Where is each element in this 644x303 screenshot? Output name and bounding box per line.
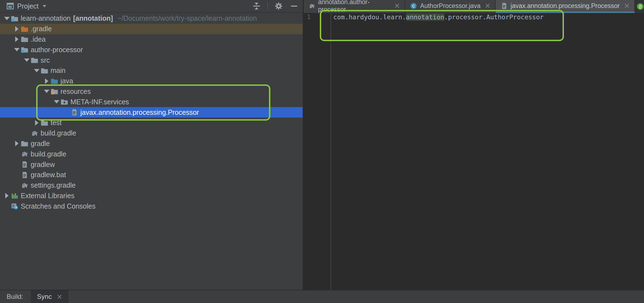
tree-row-test[interactable]: test — [0, 118, 303, 128]
tree-row-resources[interactable]: resources — [0, 86, 303, 97]
text-file-icon — [21, 161, 28, 168]
sync-tab-label: Sync — [37, 293, 52, 301]
tree-row-label: src — [41, 56, 50, 64]
annotation-icon[interactable]: @ — [637, 3, 644, 10]
tree-row-label: Scratches and Consoles — [21, 202, 96, 210]
gradle-file-icon — [21, 150, 28, 158]
tree-row-label: .idea — [31, 35, 46, 43]
tree-row-gradle[interactable]: gradle — [0, 139, 303, 149]
tree-row--gradle[interactable]: .gradle — [0, 24, 303, 34]
gradle-file-icon — [31, 130, 38, 137]
tree-row-label: gradlew.bat — [31, 171, 66, 179]
tree-row-src[interactable]: src — [0, 55, 303, 65]
folder-module-icon — [11, 15, 18, 22]
tree-row-main[interactable]: main — [0, 65, 303, 76]
editor-tab-authorprocessor-java[interactable]: CAuthorProcessor.java — [405, 0, 496, 13]
build-tab-sync[interactable]: Sync — [31, 290, 68, 303]
tree-row-label: main — [51, 67, 65, 75]
tree-expand-arrow-right-icon[interactable] — [3, 193, 11, 198]
tree-expand-arrow-right-icon[interactable] — [33, 120, 41, 126]
tab-close-icon[interactable] — [485, 3, 491, 9]
tree-expand-arrow-right-icon[interactable] — [13, 141, 21, 146]
svg-text:C: C — [412, 4, 415, 8]
tree-row-java[interactable]: java — [0, 76, 303, 86]
tree-row-gradlew[interactable]: gradlew — [0, 159, 303, 170]
tree-row-label: settings.gradle — [31, 181, 76, 189]
gradle-file-icon — [21, 182, 28, 189]
tab-bar-overflow-area: @ — [635, 0, 644, 13]
word-highlight: annotation — [406, 14, 444, 21]
build-label: Build: — [7, 293, 23, 301]
tree-row-build-gradle[interactable]: build.gradle — [0, 128, 303, 139]
tree-row-gradlew-bat[interactable]: gradlew.bat — [0, 170, 303, 180]
tree-row-author-processor[interactable]: author-processor — [0, 44, 303, 55]
tree-row-settings-gradle[interactable]: settings.gradle — [0, 180, 303, 191]
tree-row-label: test — [51, 119, 62, 127]
tree-row-path-hint: ~/Documents/work/try-space/learn-annotat… — [117, 14, 257, 22]
tree-row-label: javax.annotation.processing.Processor — [80, 108, 199, 116]
code-text: .processor.AuthorProcessor — [444, 14, 544, 21]
build-bar: Build: Sync — [0, 290, 644, 303]
tree-expand-arrow-down-icon[interactable] — [13, 48, 21, 51]
scratches-icon — [11, 203, 18, 210]
tab-close-icon[interactable] — [624, 3, 630, 9]
tree-row-label: External Libraries — [21, 192, 75, 200]
tree-row-module-badge: [annotation] — [73, 14, 113, 22]
tree-expand-arrow-right-icon[interactable] — [43, 78, 51, 84]
tree-expand-arrow-down-icon[interactable] — [3, 17, 11, 20]
tree-expand-arrow-right-icon[interactable] — [13, 36, 21, 42]
tree-row-external-libraries[interactable]: External Libraries — [0, 191, 303, 201]
tree-row-learn-annotation[interactable]: learn-annotation[annotation]~/Documents/… — [0, 13, 303, 24]
editor-tab-javax-annotation-processing-processor[interactable]: javax.annotation.processing.Processor — [496, 0, 635, 13]
tree-row-build-gradle[interactable]: build.gradle — [0, 149, 303, 159]
tree-expand-arrow-right-icon[interactable] — [13, 26, 21, 32]
editor-tab-bar: annotation.author-processorCAuthorProces… — [304, 0, 644, 13]
folder-icon — [41, 119, 48, 126]
tab-close-icon[interactable] — [394, 3, 400, 9]
folder-icon — [21, 36, 28, 43]
project-panel-title: Project — [17, 2, 39, 10]
gradle-file-icon — [309, 2, 315, 9]
code-line[interactable]: com.hardydou.learn.annotation.processor.… — [333, 13, 544, 21]
line-number: 1 — [304, 13, 314, 21]
text-file-icon — [21, 171, 28, 179]
gutter-separator — [331, 13, 331, 290]
tree-expand-arrow-down-icon[interactable] — [33, 69, 41, 72]
tree-row-label: build.gradle — [41, 129, 76, 137]
project-header[interactable]: Project — [0, 0, 303, 13]
chevron-down-icon[interactable] — [41, 3, 47, 9]
minimize-icon[interactable] — [289, 1, 299, 11]
header-separator — [267, 2, 268, 10]
tree-row-label: build.gradle — [31, 150, 66, 158]
folder-gradle-icon — [21, 25, 28, 33]
project-tree: learn-annotation[annotation]~/Documents/… — [0, 13, 303, 211]
tree-row-label: author-processor — [31, 46, 83, 54]
editor-content[interactable]: 1 com.hardydou.learn.annotation.processo… — [304, 13, 644, 290]
tree-row-label: .gradle — [31, 25, 52, 33]
tree-row-label: java — [60, 77, 73, 85]
tree-expand-arrow-down-icon[interactable] — [52, 100, 61, 103]
folder-icon — [21, 140, 28, 147]
editor-tab-annotation-author-processor[interactable]: annotation.author-processor — [304, 0, 405, 13]
gear-icon[interactable] — [274, 1, 283, 11]
code-text: com.hardydou.learn. — [333, 14, 406, 21]
class-icon: C — [410, 2, 417, 9]
folder-icon — [31, 57, 38, 64]
tree-row-label: gradle — [31, 140, 50, 148]
tree-expand-arrow-down-icon[interactable] — [43, 90, 51, 93]
tree-row-label: gradlew — [31, 161, 55, 169]
folder-package-icon — [61, 98, 68, 105]
collapse-all-icon[interactable] — [252, 1, 261, 11]
text-file-icon — [501, 2, 508, 9]
project-panel: Project learn-annotation[annotation]~/Do… — [0, 0, 304, 290]
tree-row-javax-annotation-processing-processor[interactable]: javax.annotation.processing.Processor — [0, 107, 303, 118]
editor-panel: annotation.author-processorCAuthorProces… — [304, 0, 644, 290]
tree-row--idea[interactable]: .idea — [0, 34, 303, 45]
tree-row-meta-inf-services[interactable]: META-INF.services — [0, 97, 303, 107]
tree-row-scratches-and-consoles[interactable]: Scratches and Consoles — [0, 201, 303, 211]
tree-expand-arrow-down-icon[interactable] — [23, 59, 31, 62]
folder-resources-icon — [51, 88, 58, 95]
close-icon[interactable] — [57, 294, 62, 300]
folder-icon — [41, 67, 48, 74]
ide-window: { "colors": { "panel_bg": "#3C3F41", "ed… — [0, 0, 644, 303]
